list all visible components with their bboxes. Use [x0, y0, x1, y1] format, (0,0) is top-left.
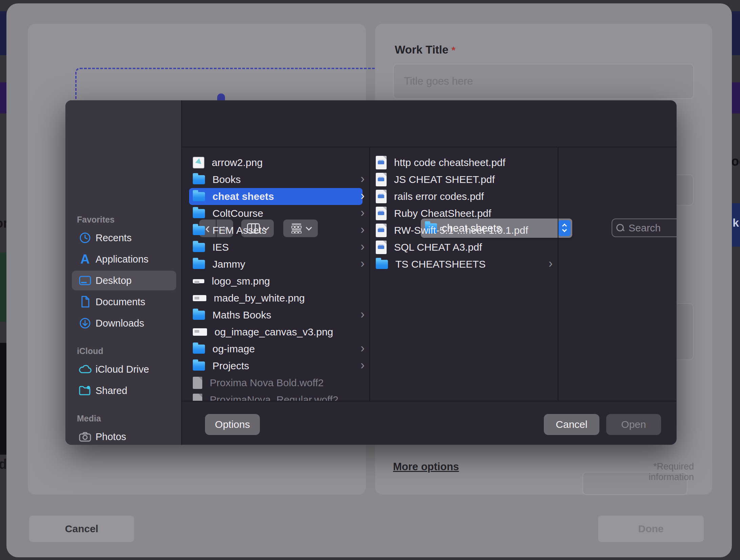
sidebar-item-applications[interactable]: A Applications [72, 249, 176, 269]
page-band-green-left [0, 252, 6, 322]
file-name: Books [212, 174, 241, 185]
file-row[interactable]: Jammy › [193, 256, 245, 273]
file-row[interactable]: og_image_canvas_v3.png [193, 324, 333, 340]
font-file-icon [193, 394, 202, 401]
sidebar-item-label: Applications [96, 254, 148, 265]
file-row[interactable]: Books › [193, 171, 241, 188]
pdf-file-icon [376, 173, 387, 186]
sidebar-item-label: Desktop [96, 275, 131, 286]
column-divider [369, 147, 370, 401]
chevron-right-icon: › [549, 256, 553, 271]
sidebar-item-label: Shared [96, 385, 127, 396]
file-row[interactable]: logo_sm.png [193, 273, 270, 290]
file-row[interactable]: Proxima Nova Bold.woff2 [193, 374, 324, 391]
sidebar-item-recents[interactable]: Recents [72, 228, 176, 248]
clock-icon [75, 232, 96, 244]
page-band-black-left [0, 343, 6, 455]
download-icon [75, 317, 96, 329]
file-name: logo_sm.png [212, 275, 270, 287]
page-band-purple-right [732, 82, 740, 113]
file-name: FEM Assets [212, 225, 267, 236]
page-band-purple-left [0, 82, 6, 113]
work-title-label: Work Title * [395, 43, 455, 56]
file-name: cheat sheets [212, 191, 274, 202]
file-name: og-image [212, 343, 255, 355]
required-asterisk: * [452, 44, 456, 56]
sidebar-item-label: Recents [96, 232, 131, 244]
options-button[interactable]: Options [205, 414, 260, 435]
folder-icon [193, 209, 205, 218]
pdf-file-icon [376, 207, 387, 220]
sidebar-item-shared[interactable]: Shared [72, 381, 176, 400]
chevron-right-icon: › [361, 223, 365, 237]
file-row[interactable]: ProximaNova_Regular.woff2 [193, 391, 338, 401]
work-title-input[interactable] [394, 64, 693, 98]
file-row[interactable]: og-image › [193, 340, 255, 357]
modal-done-button[interactable]: Done [598, 516, 704, 542]
folder-icon [193, 243, 205, 252]
folder-icon [193, 361, 205, 371]
file-row[interactable]: Ruby CheatSheet.pdf [376, 205, 491, 222]
chevron-right-icon: › [361, 172, 365, 186]
file-name: ProximaNova_Regular.woff2 [210, 394, 338, 401]
file-row[interactable]: JS CHEAT SHEET.pdf [376, 171, 495, 188]
sidebar-item-label: Downloads [96, 318, 144, 329]
file-name: og_image_canvas_v3.png [214, 326, 333, 338]
file-row[interactable]: Maths Books › [193, 307, 271, 324]
folder-icon [193, 226, 205, 235]
file-row[interactable]: FEM Assets › [193, 222, 267, 239]
file-name: IES [212, 242, 229, 253]
font-file-icon [193, 377, 202, 389]
chevron-right-icon: › [361, 189, 365, 203]
file-row[interactable]: ColtCourse › [193, 205, 263, 222]
folder-icon [193, 260, 205, 269]
pdf-file-icon [376, 224, 387, 237]
cloud-icon [75, 364, 96, 374]
file-name: ColtCourse [212, 208, 263, 219]
sidebar-item-desktop[interactable]: Desktop [72, 271, 176, 290]
column-browser: arrow2.png Books › cheat sheets › ColtCo… [182, 147, 677, 401]
file-open-dialog: Favorites Recents A Applications Desktop [65, 100, 677, 445]
file-name: Proxima Nova Bold.woff2 [210, 377, 324, 389]
sidebar-item-documents[interactable]: Documents [72, 292, 176, 312]
file-row[interactable]: made_by_white.png [193, 290, 305, 307]
column-divider [558, 147, 558, 401]
document-icon [75, 295, 96, 308]
required-information-note: *Required information [607, 461, 694, 482]
work-title-field[interactable] [393, 64, 694, 99]
pdf-file-icon [376, 156, 387, 169]
file-row[interactable]: TS CHEATSHEETS › [376, 256, 486, 273]
file-row[interactable]: RW-Swift-5.1-...heet-1.0.1.pdf [376, 222, 528, 239]
cancel-button[interactable]: Cancel [544, 414, 599, 435]
pdf-file-icon [376, 190, 387, 203]
folder-icon [193, 345, 205, 354]
modal-cancel-button[interactable]: Cancel [29, 516, 134, 542]
file-name: arrow2.png [212, 157, 263, 168]
folder-icon [376, 260, 388, 269]
file-row[interactable]: SQL CHEAT A3.pdf [376, 239, 482, 256]
file-row[interactable]: arrow2.png [193, 154, 263, 171]
chevron-right-icon: › [361, 358, 365, 372]
sidebar-item-label: iCloud Drive [96, 364, 149, 375]
screen: or d oc k Work Title * More options *Req… [0, 0, 740, 560]
file-name: JS CHEAT SHEET.pdf [394, 174, 495, 185]
chevron-right-icon: › [361, 256, 365, 271]
sidebar-item-label: Documents [96, 296, 145, 308]
file-row[interactable]: Projects › [193, 357, 249, 374]
page-button-text-right: k [733, 216, 739, 229]
file-name: made_by_white.png [214, 292, 305, 304]
page-band-navy-left [0, 11, 6, 55]
sidebar-item-icloud-drive[interactable]: iCloud Drive [72, 359, 176, 379]
sidebar-item-downloads[interactable]: Downloads [72, 313, 176, 333]
file-row[interactable]: IES › [193, 239, 229, 256]
file-row[interactable]: http code cheatsheet.pdf [376, 154, 506, 171]
image-file-icon [193, 279, 204, 283]
dialog-footer: Options Cancel Open [65, 401, 677, 445]
folder-icon [193, 192, 205, 201]
open-button[interactable]: Open [606, 414, 661, 435]
app-store-icon: A [75, 253, 96, 266]
file-row[interactable]: rails error codes.pdf [376, 188, 484, 205]
desktop-icon [75, 275, 96, 286]
file-row-selected[interactable]: cheat sheets › [193, 188, 274, 205]
more-options-link[interactable]: More options [393, 461, 459, 473]
